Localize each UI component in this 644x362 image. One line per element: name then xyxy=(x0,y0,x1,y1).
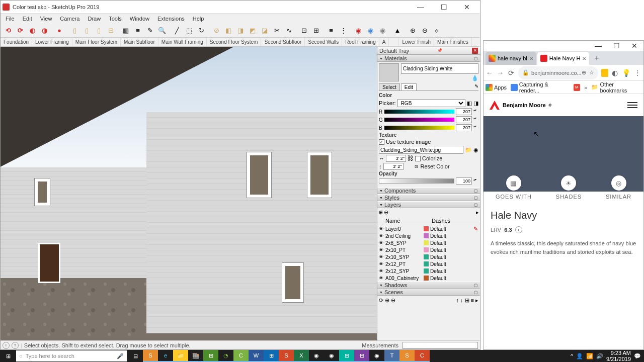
menu-window[interactable]: Window xyxy=(126,15,153,23)
tool-icon[interactable]: ⊡ xyxy=(298,25,309,36)
texture-width[interactable] xyxy=(386,155,406,162)
tab-second-walls[interactable]: Second Walls xyxy=(305,38,342,46)
col-name[interactable]: Name xyxy=(384,217,424,224)
tray-up-icon[interactable]: ^ xyxy=(571,353,573,359)
tool-icon[interactable]: 🔍 xyxy=(156,25,168,36)
settings-icon[interactable]: ⊕ xyxy=(582,69,586,76)
scene-icon[interactable]: ⊕ xyxy=(385,297,389,304)
texture-icon[interactable]: ◉ xyxy=(473,147,478,153)
b-value[interactable] xyxy=(456,124,472,131)
tool-icon[interactable]: ▥ xyxy=(120,25,131,36)
search-box[interactable]: ○ Type here to search 🎤 xyxy=(16,350,127,361)
picker-select[interactable]: RGB xyxy=(397,99,465,107)
menu-extensions[interactable]: Extensions xyxy=(153,15,189,23)
texture-file-input[interactable] xyxy=(379,146,463,154)
taskbar-app[interactable]: ◉ xyxy=(369,350,384,362)
volume-icon[interactable]: 🔊 xyxy=(596,353,603,359)
apps-button[interactable]: Apps xyxy=(486,84,507,91)
measurements-input[interactable] xyxy=(403,342,478,349)
material-name-input[interactable] xyxy=(401,63,478,74)
pencil-icon[interactable]: ✎ xyxy=(473,226,478,232)
tab-blank[interactable] xyxy=(389,38,399,46)
close-icon[interactable]: ✕ xyxy=(472,48,478,54)
browse-icon[interactable]: 📁 xyxy=(465,147,472,153)
tool-icon[interactable]: ⊘ xyxy=(211,25,222,36)
browser-tab-active[interactable]: Hale Navy H ✕ xyxy=(537,52,590,65)
taskbar-app[interactable]: C xyxy=(233,350,249,362)
tool-icon[interactable]: ▯ xyxy=(69,25,80,36)
remove-layer-icon[interactable]: ⊖ xyxy=(384,209,388,216)
tool-icon[interactable]: ↻ xyxy=(196,25,207,36)
r-slider[interactable] xyxy=(384,110,454,114)
close-button[interactable]: ✕ xyxy=(456,2,478,13)
close-tab-icon[interactable]: ✕ xyxy=(529,56,533,61)
layer-menu-icon[interactable]: ▸ xyxy=(476,209,479,216)
close-tab-icon[interactable]: ✕ xyxy=(582,56,586,61)
tool-icon[interactable]: ◉ xyxy=(377,25,388,36)
menu-tools[interactable]: Tools xyxy=(105,15,126,23)
layer-row[interactable]: 👁2x10_PTDefault xyxy=(377,246,480,253)
scene-icon[interactable]: ⊖ xyxy=(391,297,395,304)
picker-icon[interactable]: ◨ xyxy=(473,100,478,107)
visibility-icon[interactable]: 👁 xyxy=(377,240,384,245)
scene-icon[interactable]: ⟳ xyxy=(379,297,383,304)
b-slider[interactable] xyxy=(384,126,454,130)
eyedropper-icon[interactable]: 💧 xyxy=(471,75,478,81)
visibility-icon[interactable]: 👁 xyxy=(377,268,384,274)
taskbar-app[interactable]: C xyxy=(415,350,430,362)
visibility-icon[interactable]: 👁 xyxy=(377,254,384,259)
minimize-button[interactable]: — xyxy=(589,40,607,51)
layer-color[interactable] xyxy=(424,268,429,274)
panel-layers[interactable]: Layers▢ xyxy=(377,201,480,208)
tab-second-subfloor[interactable]: Second Subfloor xyxy=(261,38,305,46)
bookmark-item[interactable]: Capturing & render... xyxy=(511,81,569,94)
clock[interactable]: 9:23 AM 9/21/2019 xyxy=(606,350,631,362)
browser-tab[interactable]: hale navy bl ✕ xyxy=(486,52,536,65)
menu-edit[interactable]: Edit xyxy=(19,15,36,23)
similar-button[interactable]: ◎ SIMILAR xyxy=(606,175,631,200)
taskbar-app[interactable]: S xyxy=(399,350,415,362)
menu-help[interactable]: Help xyxy=(189,15,208,23)
ext-icon[interactable]: ◐ xyxy=(611,68,619,77)
layer-color[interactable] xyxy=(424,254,429,259)
scene-icon[interactable]: ↑ xyxy=(456,297,459,304)
menu-camera[interactable]: Camera xyxy=(56,15,84,23)
back-button[interactable]: ← xyxy=(486,68,494,77)
taskbar-app[interactable]: S xyxy=(143,350,158,362)
task-view-icon[interactable]: ⊟ xyxy=(128,350,143,362)
hamburger-icon[interactable] xyxy=(627,102,637,108)
layer-row[interactable]: 👁2nd CeilingDefault xyxy=(377,232,480,239)
menu-view[interactable]: View xyxy=(36,15,56,23)
taskbar-app[interactable]: S xyxy=(279,350,294,362)
visibility-icon[interactable]: 👁 xyxy=(377,226,384,231)
titlebar[interactable]: Color test.skp - SketchUp Pro 2019 — ☐ ✕ xyxy=(1,1,480,14)
tool-icon[interactable]: ◩ xyxy=(247,25,258,36)
tab-main-floor[interactable]: Main Floor System xyxy=(72,38,121,46)
tab-main-finishes[interactable]: Main Finishes xyxy=(434,38,472,46)
notifications-icon[interactable]: 💬 xyxy=(634,353,641,359)
goes-with-button[interactable]: ▦ GOES WITH xyxy=(496,175,532,200)
start-button[interactable]: ⊞ xyxy=(0,350,16,362)
taskbar-app[interactable]: 🏬 xyxy=(188,350,203,362)
ext-icon[interactable] xyxy=(601,69,608,77)
layer-row[interactable]: 👁2x12_SYPDefault xyxy=(377,267,480,275)
tool-icon[interactable]: ◉ xyxy=(353,25,364,36)
tool-icon[interactable]: ◪ xyxy=(259,25,270,36)
forward-button[interactable]: → xyxy=(497,68,505,77)
taskbar-app[interactable]: ⊞ xyxy=(354,350,369,362)
taskbar-app[interactable]: T xyxy=(384,350,399,362)
maximize-button[interactable]: ☐ xyxy=(607,40,625,51)
opacity-slider[interactable] xyxy=(379,178,454,184)
pencil-icon[interactable]: ✎ xyxy=(474,83,478,90)
tool-icon[interactable]: ◐ xyxy=(27,25,38,36)
taskbar-app[interactable]: ⊞ xyxy=(339,350,354,362)
material-swatch[interactable] xyxy=(379,63,399,81)
info-icon[interactable]: i xyxy=(3,342,10,349)
layer-row[interactable]: 👁2x8_SYPDefault xyxy=(377,239,480,246)
link-icon[interactable]: ⛓ xyxy=(408,155,414,162)
tool-icon[interactable]: ∿ xyxy=(283,25,294,36)
col-dashes[interactable]: Dashes xyxy=(431,217,451,224)
tool-icon[interactable]: ⊖ xyxy=(419,25,430,36)
reset-icon[interactable]: ⊡ xyxy=(414,164,419,169)
visibility-icon[interactable]: 👁 xyxy=(377,261,384,266)
